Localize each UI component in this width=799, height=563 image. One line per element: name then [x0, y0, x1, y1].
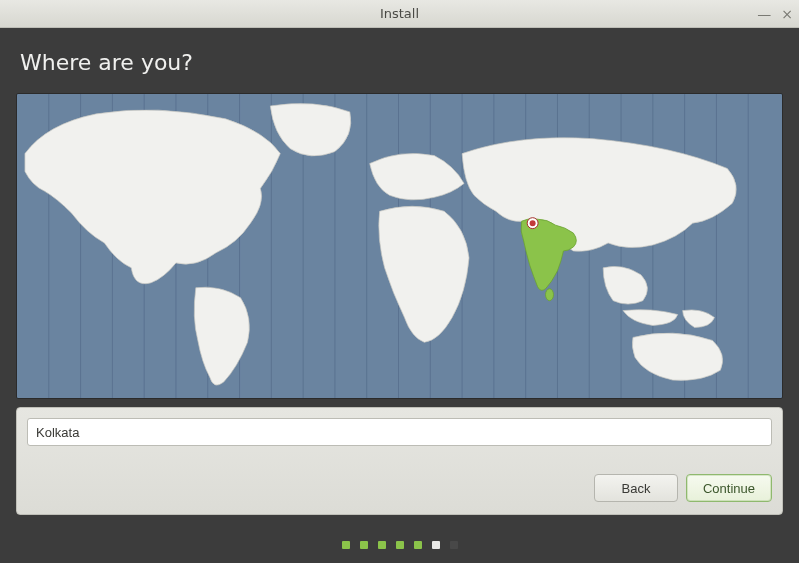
timezone-map[interactable]	[16, 93, 783, 399]
sri-lanka-highlight	[546, 289, 554, 301]
progress-dot	[396, 541, 404, 549]
south-america	[194, 287, 249, 385]
continue-button[interactable]: Continue	[686, 474, 772, 502]
window-titlebar: Install — ×	[0, 0, 799, 28]
timezone-input[interactable]	[27, 418, 772, 446]
africa	[379, 206, 469, 342]
button-row: Back Continue	[27, 474, 772, 502]
progress-dot	[414, 541, 422, 549]
window-title: Install	[380, 6, 419, 21]
europe	[370, 153, 464, 199]
back-button[interactable]: Back	[594, 474, 678, 502]
indonesia-1	[623, 310, 678, 326]
progress-dot	[360, 541, 368, 549]
progress-dot	[378, 541, 386, 549]
minimize-icon[interactable]: —	[757, 7, 771, 21]
svg-point-24	[530, 220, 536, 226]
north-america	[25, 110, 280, 284]
window-controls: — ×	[757, 0, 793, 27]
greenland	[270, 103, 350, 155]
progress-dot	[342, 541, 350, 549]
location-pin	[527, 218, 538, 229]
indonesia-2	[683, 310, 715, 328]
se-asia	[603, 266, 647, 304]
page-title: Where are you?	[0, 28, 799, 93]
map-container	[0, 93, 799, 399]
timezone-panel: Back Continue	[16, 407, 783, 515]
india-highlight	[521, 219, 576, 291]
close-icon[interactable]: ×	[781, 7, 793, 21]
australia	[632, 333, 722, 380]
asia	[462, 138, 736, 252]
progress-dots	[0, 541, 799, 549]
progress-dot	[450, 541, 458, 549]
progress-dot	[432, 541, 440, 549]
